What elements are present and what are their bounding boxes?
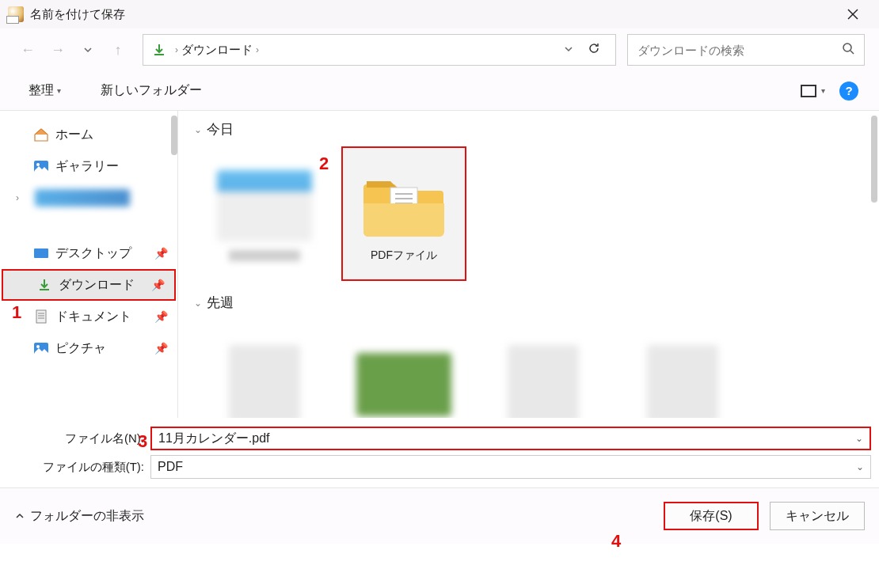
sidebar-item-blurred[interactable]: › bbox=[0, 182, 177, 214]
chevron-up-icon bbox=[14, 510, 25, 522]
address-dropdown[interactable] bbox=[557, 44, 580, 57]
new-folder-button[interactable]: 新しいフォルダー bbox=[93, 78, 210, 104]
breadcrumb-sep: › bbox=[175, 44, 178, 55]
filename-input[interactable] bbox=[158, 431, 855, 446]
sidebar-item-label: ギャラリー bbox=[55, 158, 119, 175]
filename-field-wrap[interactable]: ⌄ bbox=[150, 427, 871, 450]
annotation-4: 4 bbox=[611, 531, 621, 552]
file-item-blurred[interactable] bbox=[620, 320, 745, 418]
refresh-button[interactable] bbox=[580, 41, 607, 59]
window-title: 名前を付けて保存 bbox=[30, 7, 125, 22]
file-label: PDFファイル bbox=[371, 248, 437, 263]
search-input[interactable] bbox=[637, 44, 842, 57]
view-options-button[interactable]: ▾ bbox=[801, 85, 825, 97]
form-area: ファイル名(N): ⌄ ファイルの種類(T): PDF ⌄ bbox=[0, 418, 879, 488]
sidebar-item-label: ピクチャ bbox=[55, 340, 106, 357]
expand-icon[interactable]: › bbox=[16, 192, 19, 203]
nav-row: ← → ↑ › ダウンロード › bbox=[0, 28, 879, 71]
gallery-icon bbox=[33, 159, 49, 173]
file-item-blurred[interactable] bbox=[481, 320, 606, 418]
sidebar-item-documents[interactable]: ドキュメント 📌 bbox=[0, 301, 177, 332]
organize-menu[interactable]: 整理 ▾ bbox=[21, 78, 69, 104]
cancel-button[interactable]: キャンセル bbox=[770, 502, 865, 530]
pictures-icon bbox=[33, 341, 49, 355]
folder-icon bbox=[356, 165, 451, 244]
annotation-2: 2 bbox=[319, 154, 329, 174]
group-label: 先週 bbox=[207, 294, 234, 312]
sidebar-item-label: デスクトップ bbox=[55, 245, 131, 262]
chevron-down-icon: ⌄ bbox=[194, 124, 202, 135]
app-icon bbox=[8, 6, 24, 22]
svg-point-14 bbox=[36, 345, 40, 348]
search-box[interactable] bbox=[627, 34, 865, 66]
filename-label: ファイル名(N): bbox=[8, 431, 150, 446]
chevron-down-icon: ⌄ bbox=[194, 298, 202, 309]
breadcrumb-sep-2: › bbox=[256, 44, 259, 55]
svg-point-3 bbox=[843, 44, 851, 51]
chevron-down-icon: ▾ bbox=[57, 86, 61, 95]
close-icon bbox=[847, 9, 858, 20]
address-bar[interactable]: › ダウンロード › bbox=[143, 34, 616, 66]
home-icon bbox=[33, 127, 49, 142]
file-item-blurred[interactable] bbox=[202, 320, 327, 418]
close-button[interactable] bbox=[835, 0, 871, 28]
pin-icon[interactable]: 📌 bbox=[154, 342, 168, 355]
hide-folders-toggle[interactable]: フォルダーの非表示 bbox=[14, 508, 144, 525]
filetype-dropdown[interactable]: ⌄ bbox=[856, 461, 864, 472]
content-scrollbar[interactable] bbox=[871, 116, 877, 203]
sidebar-item-label: ドキュメント bbox=[55, 309, 131, 325]
back-button[interactable]: ← bbox=[14, 36, 41, 63]
chevron-down-icon: ▾ bbox=[821, 86, 825, 95]
breadcrumb-location[interactable]: ダウンロード bbox=[181, 43, 253, 58]
save-button[interactable]: 保存(S) bbox=[664, 502, 759, 530]
sidebar-item-desktop[interactable]: デスクトップ 📌 bbox=[0, 237, 177, 269]
filetype-field-wrap[interactable]: PDF ⌄ bbox=[150, 455, 871, 479]
filename-dropdown[interactable]: ⌄ bbox=[855, 433, 863, 444]
sidebar-item-home[interactable]: ホーム bbox=[0, 119, 177, 150]
chevron-down-icon bbox=[83, 45, 93, 55]
sidebar-item-label: ダウンロード bbox=[59, 277, 135, 294]
hide-folders-label: フォルダーの非表示 bbox=[30, 508, 144, 525]
file-item-blurred[interactable] bbox=[202, 146, 327, 281]
sidebar: ホーム ギャラリー › デスクトップ 📌 ダウンロード 📌 ドキュメント 📌 bbox=[0, 111, 178, 418]
content-area: ⌄ 今日 P bbox=[178, 111, 879, 418]
sidebar-item-pictures[interactable]: ピクチャ 📌 bbox=[0, 332, 177, 364]
up-button[interactable]: ↑ bbox=[105, 36, 131, 63]
pin-icon[interactable]: 📌 bbox=[151, 279, 165, 291]
toolbar: 整理 ▾ 新しいフォルダー ▾ ? bbox=[0, 71, 879, 111]
svg-rect-7 bbox=[34, 248, 48, 258]
svg-rect-9 bbox=[36, 310, 46, 323]
help-button[interactable]: ? bbox=[839, 82, 858, 101]
footer: フォルダーの非表示 保存(S) キャンセル bbox=[0, 488, 879, 544]
group-last-week[interactable]: ⌄ 先週 bbox=[194, 294, 874, 312]
group-today[interactable]: ⌄ 今日 bbox=[194, 120, 874, 138]
desktop-icon bbox=[33, 246, 49, 260]
file-item-blurred[interactable] bbox=[341, 320, 466, 418]
file-item-pdf-folder[interactable]: PDFファイル bbox=[341, 146, 466, 281]
recent-locations-button[interactable] bbox=[74, 36, 101, 63]
svg-line-4 bbox=[850, 51, 854, 54]
sidebar-item-downloads[interactable]: ダウンロード 📌 bbox=[2, 269, 176, 301]
filetype-value: PDF bbox=[158, 460, 856, 474]
view-icon bbox=[801, 85, 816, 97]
group-label: 今日 bbox=[207, 120, 234, 138]
download-icon bbox=[36, 278, 52, 292]
filetype-label: ファイルの種類(T): bbox=[8, 460, 150, 475]
svg-point-6 bbox=[36, 163, 40, 166]
sidebar-item-label: ホーム bbox=[55, 127, 93, 143]
download-location-icon bbox=[151, 42, 167, 58]
annotation-1: 1 bbox=[12, 302, 21, 323]
organize-label: 整理 bbox=[29, 82, 54, 99]
refresh-icon bbox=[587, 41, 601, 55]
sidebar-item-gallery[interactable]: ギャラリー bbox=[0, 150, 177, 182]
blurred-label bbox=[35, 189, 130, 207]
document-icon bbox=[33, 309, 49, 324]
forward-button[interactable]: → bbox=[44, 36, 71, 63]
annotation-3: 3 bbox=[138, 431, 147, 452]
chevron-down-icon bbox=[563, 44, 574, 55]
search-icon[interactable] bbox=[842, 42, 854, 58]
pin-icon[interactable]: 📌 bbox=[154, 310, 168, 323]
pin-icon[interactable]: 📌 bbox=[154, 247, 168, 260]
title-bar: 名前を付けて保存 bbox=[0, 0, 879, 28]
